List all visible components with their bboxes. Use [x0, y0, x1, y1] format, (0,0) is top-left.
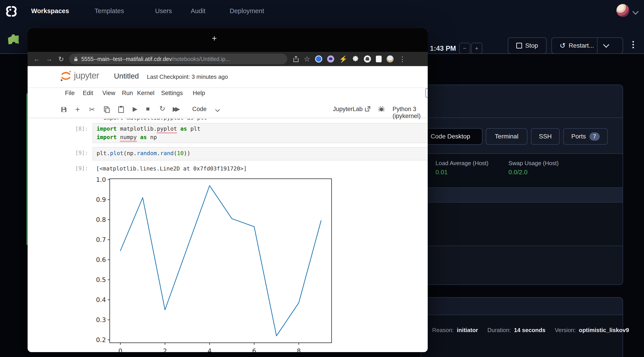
coder-logo-icon[interactable]	[5, 5, 18, 19]
password-manager-extension-icon[interactable]	[315, 56, 322, 62]
menu-view[interactable]: View	[102, 90, 115, 96]
svg-text:4: 4	[208, 348, 212, 352]
svg-text:0.9: 0.9	[96, 196, 106, 204]
duration-value: 14 seconds	[514, 327, 546, 334]
nav-item-workspaces[interactable]: Workspaces	[31, 7, 69, 15]
swap-usage-value: 0.0/2.0	[508, 169, 528, 176]
profile-extension-icon[interactable]	[386, 56, 394, 62]
card-row-a	[421, 188, 623, 202]
paste-cell-icon[interactable]	[118, 106, 124, 113]
build-card-body	[421, 315, 623, 357]
stop-button[interactable]: Stop	[508, 38, 546, 54]
copy-cell-icon[interactable]	[104, 106, 110, 113]
lock-icon	[74, 56, 78, 62]
restart-kernel-icon[interactable]: ↻	[159, 104, 165, 113]
swap-usage-label: Swap Usage (Host)	[508, 160, 558, 167]
code-desktop-button[interactable]: Code Desktop	[418, 128, 482, 145]
trusted-button[interactable]: Trusted	[426, 88, 428, 98]
cell-type-chevron-icon	[215, 107, 220, 112]
address-bar[interactable]: 5555--main--test--matifali.atif.cdr.dev/…	[69, 54, 287, 64]
stop-icon	[516, 43, 522, 48]
ghost-extension-icon[interactable]	[364, 56, 371, 62]
checkpoint-label: Last Checkpoint: 3 minutes ago	[147, 74, 228, 80]
card-row-b	[421, 202, 623, 246]
url-path: /notebooks/Untitled.ip...	[172, 56, 230, 62]
load-average-value: 0.01	[436, 169, 448, 176]
browser-tab-strip: Untitled × +	[28, 28, 428, 52]
restart-button[interactable]: ↺ Restart...	[552, 38, 623, 54]
nav-item-templates[interactable]: Templates	[94, 7, 124, 15]
user-avatar[interactable]	[616, 4, 629, 17]
code-desktop-label: Code Desktop	[430, 133, 470, 140]
code-cell-9[interactable]: plt.plot(np.random.rand(10))	[92, 147, 428, 160]
menu-edit[interactable]: Edit	[83, 90, 93, 96]
code-cell-8[interactable]: import matplotlib.pyplot as plt import n…	[92, 123, 428, 143]
jupyter-logo-icon	[60, 70, 72, 82]
restart-options-chevron[interactable]	[597, 38, 615, 54]
zoom-out-button[interactable]: −	[459, 43, 470, 54]
jupyter-wordmark: jupyter	[74, 70, 99, 80]
forward-icon[interactable]: →	[46, 55, 52, 63]
zoom-in-button[interactable]: +	[471, 43, 482, 54]
jupyter-page: jupyter Untitled Last Checkpoint: 3 minu…	[28, 66, 428, 352]
cut-cell-icon[interactable]: ✂	[89, 105, 95, 114]
browser-menu-kebab-icon[interactable]: ⋮	[399, 55, 406, 63]
back-icon[interactable]: ←	[34, 55, 40, 63]
browser-toolbar: ← → ↻ 5555--main--test--matifali.atif.cd…	[28, 52, 428, 66]
terminal-button[interactable]: Terminal	[486, 128, 528, 145]
nav-item-deployment[interactable]: Deployment	[230, 7, 264, 15]
workspace-kebab-menu[interactable]	[632, 40, 634, 50]
ports-count-badge: 7	[590, 132, 600, 141]
svg-text:2: 2	[163, 348, 167, 352]
browser-window: Untitled × + ← → ↻ 5555--main--test--mat…	[28, 28, 428, 352]
ssh-button[interactable]: SSH	[531, 128, 560, 145]
menu-help[interactable]: Help	[193, 90, 205, 96]
kernel-name-label[interactable]: Python 3 (ipykernel)	[392, 106, 428, 120]
reload-icon[interactable]: ↻	[58, 55, 64, 63]
svg-text:0.2: 0.2	[96, 336, 106, 344]
puzzle-extension-icon[interactable]	[6, 32, 22, 47]
version-label: Version:	[555, 327, 576, 334]
reason-label: Reason:	[432, 327, 454, 334]
svg-text:0.8: 0.8	[96, 216, 106, 224]
cell-type-select[interactable]: Code	[192, 106, 207, 112]
menu-run[interactable]: Run	[122, 90, 133, 96]
bookmark-star-icon[interactable]: ☆	[304, 55, 310, 63]
svg-text:0.3: 0.3	[96, 316, 106, 324]
lightning-extension-icon[interactable]: ⚡	[339, 55, 347, 63]
save-icon[interactable]	[60, 106, 67, 113]
interrupt-kernel-icon[interactable]: ■	[146, 105, 150, 112]
external-link-icon[interactable]	[364, 106, 371, 112]
svg-text:6: 6	[252, 348, 256, 352]
notebook-title[interactable]: Untitled	[114, 72, 139, 80]
github-extension-icon[interactable]	[327, 56, 334, 62]
nav-item-users[interactable]: Users	[155, 7, 172, 15]
puzzle-extensions-icon[interactable]	[352, 56, 359, 62]
add-cell-icon[interactable]: +	[75, 105, 80, 114]
ports-button[interactable]: Ports 7	[563, 128, 608, 145]
chevron-down-icon	[603, 42, 609, 48]
output-text: [<matplotlib.lines.Line2D at 0x7fd03f191…	[96, 164, 247, 173]
run-cell-icon[interactable]: ▶	[133, 105, 138, 112]
jupyterlab-link[interactable]: JupyterLab	[333, 106, 363, 112]
svg-text:1.0: 1.0	[96, 178, 106, 184]
menu-file[interactable]: File	[65, 90, 75, 96]
notebook-toolbar: + ✂ ▶ ■ ↻ ▶▶ Code JupyterLab	[28, 102, 428, 118]
nav-item-audit[interactable]: Audit	[191, 7, 206, 15]
menu-settings[interactable]: Settings	[161, 90, 183, 96]
clipped-code-line: import matplotlib.pyplot as plt	[103, 119, 370, 122]
restart-run-all-icon[interactable]: ▶▶	[173, 105, 178, 112]
card-row-c	[421, 246, 623, 285]
svg-text:0.6: 0.6	[96, 256, 106, 264]
workspace-detail-card	[420, 84, 623, 285]
restart-icon: ↺	[560, 42, 566, 50]
share-icon[interactable]	[293, 56, 299, 62]
build-card-header	[421, 298, 623, 315]
new-tab-button[interactable]: +	[212, 34, 217, 43]
debugger-bug-icon[interactable]	[378, 106, 384, 112]
clock-label: 1:43 PM	[430, 44, 456, 52]
menu-kernel[interactable]: Kernel	[137, 90, 154, 96]
panel-extension-icon[interactable]	[376, 56, 382, 62]
svg-text:0.5: 0.5	[96, 276, 106, 284]
reason-value: initiator	[457, 327, 478, 334]
